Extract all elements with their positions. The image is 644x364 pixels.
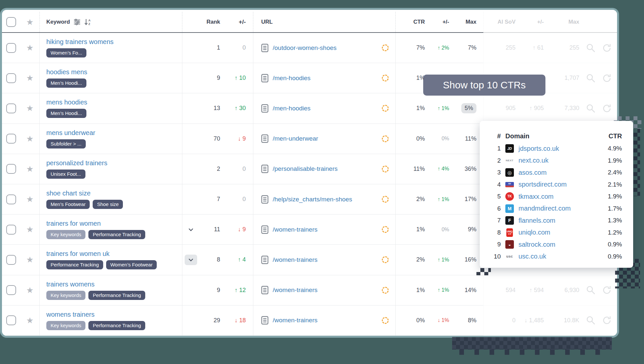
- star-icon[interactable]: ★: [26, 135, 34, 143]
- popup-domain-link[interactable]: saltrock.com: [518, 241, 598, 248]
- expand-chevron-button[interactable]: [185, 255, 197, 265]
- popup-domain-link[interactable]: uniqlo.com: [518, 229, 598, 236]
- url-link[interactable]: /women-trainers: [273, 317, 317, 324]
- keyword-link[interactable]: womens trainers: [46, 311, 95, 318]
- url-link[interactable]: /women-trainers: [273, 226, 317, 233]
- expand-chevron-icon[interactable]: [188, 226, 194, 233]
- table-row: ★ mens hoodies Men’s Hoodi... 13 ↑ 30 /m…: [2, 93, 617, 124]
- keyword-link[interactable]: personalized trainers: [46, 159, 107, 167]
- popup-domain-link[interactable]: mandmdirect.com: [518, 205, 598, 212]
- refresh-icon[interactable]: [602, 43, 611, 53]
- col-ai-delta[interactable]: +/-: [516, 12, 544, 32]
- keyword-link[interactable]: shoe chart size: [46, 190, 91, 197]
- page-icon: [261, 256, 268, 264]
- url-link[interactable]: /women-trainers: [273, 256, 317, 263]
- popup-col-num: #: [490, 132, 501, 140]
- url-link[interactable]: /men-hoodies: [273, 105, 310, 112]
- ctr-delta: ↑ 1%: [425, 93, 449, 123]
- col-keyword[interactable]: Keyword: [46, 19, 70, 25]
- col-rank-delta[interactable]: +/-: [220, 12, 253, 32]
- row-checkbox[interactable]: [6, 285, 16, 295]
- col-ctr-max[interactable]: Max: [449, 12, 483, 32]
- star-icon[interactable]: ★: [26, 104, 34, 112]
- ctr-value: 1%: [395, 63, 425, 93]
- col-ctr[interactable]: CTR: [395, 12, 425, 32]
- col-ai-max[interactable]: Max: [544, 12, 579, 32]
- ctr-max-highlighted[interactable]: 5%: [461, 103, 476, 113]
- ctr-value: 0%: [395, 124, 425, 154]
- row-checkbox[interactable]: [6, 315, 16, 325]
- star-icon[interactable]: ★: [26, 286, 34, 294]
- keyword-link[interactable]: mens underwear: [46, 129, 95, 137]
- row-checkbox[interactable]: [6, 103, 16, 113]
- popup-domain-link[interactable]: tkmaxx.com: [518, 193, 598, 200]
- rank-value: 70: [199, 124, 220, 154]
- pixel-decoration: [633, 129, 640, 196]
- row-checkbox[interactable]: [6, 225, 16, 235]
- rank-value: 2: [199, 154, 220, 184]
- star-icon[interactable]: ★: [26, 44, 34, 52]
- url-link[interactable]: /men-hoodies: [273, 75, 310, 82]
- col-rank[interactable]: Rank: [199, 12, 220, 32]
- refresh-icon[interactable]: [602, 285, 611, 295]
- ctr-max[interactable]: 36%: [449, 154, 483, 184]
- select-all-checkbox[interactable]: [6, 17, 16, 27]
- popup-domain-link[interactable]: asos.com: [518, 169, 598, 176]
- page-icon: [261, 316, 268, 325]
- star-icon[interactable]: ★: [26, 225, 34, 234]
- star-header-icon[interactable]: ★: [26, 18, 34, 26]
- popup-header: # Domain CTR: [490, 129, 622, 143]
- popup-row: 8UNIQLO uniqlo.com1.2%: [490, 227, 622, 239]
- popup-domain-link[interactable]: usc.co.uk: [518, 253, 598, 260]
- row-checkbox[interactable]: [6, 73, 16, 83]
- url-link[interactable]: /help/size_charts/men-shoes: [273, 196, 352, 203]
- row-checkbox[interactable]: [6, 134, 16, 144]
- refresh-icon[interactable]: [602, 74, 611, 83]
- row-checkbox[interactable]: [6, 255, 16, 265]
- row-checkbox[interactable]: [6, 43, 16, 53]
- url-link[interactable]: /women-trainers: [273, 286, 317, 294]
- row-checkbox[interactable]: [6, 194, 16, 204]
- url-link[interactable]: /outdoor-women-shoes: [273, 44, 336, 52]
- search-icon[interactable]: [586, 285, 596, 295]
- row-checkbox[interactable]: [6, 164, 16, 174]
- ctr-max[interactable]: 9%: [449, 215, 483, 244]
- col-ctr-delta[interactable]: +/-: [425, 12, 449, 32]
- keyword-link[interactable]: trainers for women: [46, 220, 101, 227]
- popup-domain-link[interactable]: jdsports.co.uk: [518, 145, 598, 152]
- top-ctrs-popup: # Domain CTR 1JD jdsports.co.uk4.9% 2NEX…: [480, 121, 633, 268]
- search-icon[interactable]: [586, 73, 596, 83]
- keyword-link[interactable]: mens hoodies: [46, 99, 87, 106]
- keyword-link[interactable]: trainers womens: [46, 281, 95, 288]
- ctr-max[interactable]: 7%: [449, 33, 483, 63]
- rank-delta: ↑ 12: [220, 275, 253, 305]
- popup-domain-link[interactable]: flannels.com: [518, 217, 598, 224]
- star-icon[interactable]: ★: [26, 256, 34, 264]
- popup-domain-link[interactable]: next.co.uk: [518, 157, 598, 164]
- col-ai-sov[interactable]: AI SoV: [483, 12, 516, 32]
- ctr-max[interactable]: 14%: [449, 275, 483, 305]
- popup-row: 7F flannels.com1.3%: [490, 215, 622, 227]
- search-icon[interactable]: [586, 43, 596, 53]
- url-link[interactable]: /personalisable-trainers: [273, 165, 338, 172]
- col-url[interactable]: URL: [253, 12, 395, 32]
- star-icon[interactable]: ★: [26, 316, 34, 325]
- star-icon[interactable]: ★: [26, 195, 34, 203]
- ctr-max[interactable]: 11%: [449, 124, 483, 154]
- refresh-icon[interactable]: [602, 316, 611, 325]
- ctr-max[interactable]: 17%: [449, 184, 483, 214]
- search-icon[interactable]: [586, 315, 596, 325]
- star-icon[interactable]: ★: [26, 74, 34, 82]
- popup-domain-link[interactable]: sportsdirect.com: [518, 181, 598, 188]
- ctr-max[interactable]: 8%: [449, 306, 483, 335]
- keyword-link[interactable]: hiking trainers womens: [46, 38, 114, 46]
- refresh-icon[interactable]: [602, 104, 611, 113]
- filter-icon[interactable]: [74, 19, 80, 25]
- keyword-link[interactable]: hoodies mens: [46, 68, 87, 76]
- keyword-link[interactable]: trainers for women uk: [46, 250, 109, 258]
- favicon-uniqlo: UNIQLO: [506, 228, 513, 237]
- url-link[interactable]: /men-underwear: [273, 135, 318, 142]
- search-icon[interactable]: [586, 103, 596, 113]
- star-icon[interactable]: ★: [26, 165, 34, 173]
- sort-alpha-icon[interactable]: AZ: [84, 18, 91, 26]
